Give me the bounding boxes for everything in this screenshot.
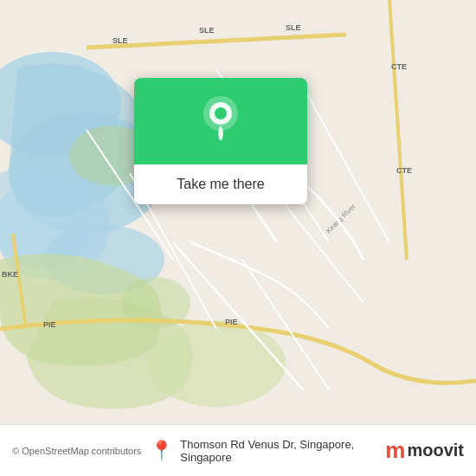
svg-text:PIE: PIE — [43, 320, 56, 329]
map-container[interactable]: SLE SLE SLE CTE CTE PIE PIE BKE Keang Ri… — [0, 0, 476, 424]
location-pin-icon — [200, 94, 241, 149]
svg-text:SLE: SLE — [286, 23, 301, 32]
moovit-text: moovit — [407, 441, 464, 460]
location-text: Thomson Rd Venus Dr, Singapore, Singapor… — [180, 438, 385, 464]
svg-text:SLE: SLE — [199, 26, 215, 35]
moovit-logo: mmoovit — [385, 437, 464, 464]
bottom-bar: © OpenStreetMap contributors 📍 Thomson R… — [0, 424, 476, 476]
take-me-there-button[interactable]: Take me there — [134, 164, 307, 204]
svg-text:CTE: CTE — [391, 62, 407, 71]
popup-header — [134, 78, 307, 164]
svg-point-30 — [215, 107, 227, 119]
svg-text:SLE: SLE — [113, 36, 128, 45]
svg-text:PIE: PIE — [225, 318, 238, 326]
bottom-location-pin-icon: 📍 — [150, 440, 173, 462]
svg-point-5 — [147, 320, 286, 407]
map-background: SLE SLE SLE CTE CTE PIE PIE BKE Keang Ri… — [0, 0, 476, 424]
svg-text:CTE: CTE — [396, 166, 412, 175]
map-attribution: © OpenStreetMap contributors — [12, 446, 141, 456]
moovit-m-icon: m — [385, 437, 405, 464]
svg-text:BKE: BKE — [2, 270, 18, 279]
location-info: 📍 Thomson Rd Venus Dr, Singapore, Singap… — [150, 438, 385, 464]
popup-card: Take me there — [134, 78, 307, 204]
